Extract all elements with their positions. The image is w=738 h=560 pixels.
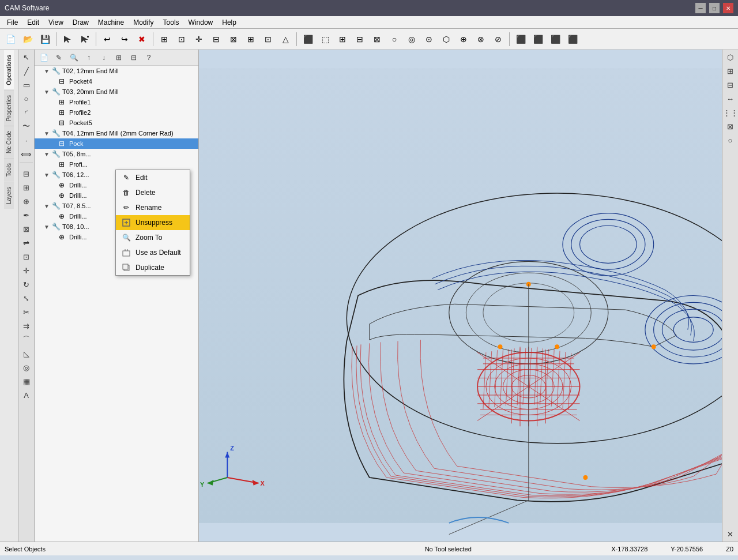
ctx-edit[interactable]: ✎ Edit (116, 170, 190, 185)
right-tool-4[interactable]: ↔ (724, 92, 737, 105)
right-tool-7[interactable]: ○ (724, 134, 737, 146)
tree-tb-up[interactable]: ↑ (82, 51, 96, 65)
menu-modify[interactable]: Modify (129, 17, 158, 28)
tree-item-pocket-selected[interactable]: ⊟ Pock (35, 138, 198, 149)
tb-view12[interactable]: ⊘ (490, 31, 506, 47)
tb-view11[interactable]: ⊗ (473, 31, 489, 47)
tool-offset[interactable]: ◎ (20, 361, 33, 374)
tb-extra1[interactable]: ⬛ (513, 31, 529, 47)
tool-dimension[interactable]: ⟺ (20, 148, 33, 160)
menu-help[interactable]: Help (217, 17, 241, 28)
tb-snap5[interactable]: ⊠ (225, 31, 242, 47)
tb-snap4[interactable]: ⊟ (208, 31, 224, 47)
right-tool-2[interactable]: ⊞ (724, 65, 737, 77)
tb-select[interactable] (59, 31, 76, 47)
tree-tb-new[interactable]: 📄 (37, 51, 51, 65)
tool-hatch[interactable]: ▦ (20, 375, 33, 388)
tb-view8[interactable]: ⊙ (421, 31, 437, 47)
tool-engrave[interactable]: ✒ (20, 209, 33, 221)
tb-open[interactable]: 📂 (20, 31, 36, 47)
tool-drill[interactable]: ⊕ (20, 195, 33, 208)
tool-select-arrow[interactable]: ↖ (20, 51, 33, 63)
tb-view10[interactable]: ⊕ (455, 31, 472, 47)
tree-item-t02[interactable]: ▼ 🔧 T02, 12mm End Mill (35, 66, 198, 76)
3d-viewport[interactable]: Z X Y (199, 50, 722, 542)
tb-snap2[interactable]: ⊡ (174, 31, 190, 47)
tool-text[interactable]: A (20, 389, 33, 401)
tree-item-t05[interactable]: ▼ 🔧 T05, 8m... (35, 149, 198, 159)
tool-circle[interactable]: ○ (20, 92, 33, 105)
tree-item-profile1[interactable]: ⊞ Profile1 (35, 97, 198, 107)
menu-machine[interactable]: Machine (93, 17, 129, 28)
right-tool-6[interactable]: ⊠ (724, 120, 737, 133)
tb-snap7[interactable]: ⊡ (260, 31, 276, 47)
tree-item-profi[interactable]: ⊞ Profi... (35, 159, 198, 170)
ctx-use-as-default[interactable]: Use as Default (116, 245, 190, 260)
tb-view1[interactable]: ⬛ (300, 31, 316, 47)
tool-transform[interactable]: ⊠ (20, 223, 33, 235)
tool-spline[interactable]: 〜 (20, 120, 33, 133)
tb-select2[interactable] (77, 31, 93, 47)
tb-extra4[interactable]: ⬛ (564, 31, 581, 47)
menu-file[interactable]: File (2, 17, 22, 28)
ctx-zoom-to[interactable]: 🔍 Zoom To (116, 230, 190, 245)
tb-extra3[interactable]: ⬛ (547, 31, 563, 47)
tab-nc-code[interactable]: Nc Code (4, 126, 14, 158)
ctx-rename[interactable]: ✏ Rename (116, 200, 190, 215)
tb-view5[interactable]: ⊠ (369, 31, 385, 47)
tb-delete[interactable]: ✖ (134, 31, 150, 47)
menu-tools[interactable]: Tools (159, 17, 184, 28)
tool-pocket[interactable]: ⊟ (20, 167, 33, 180)
tool-chamfer[interactable]: ◺ (20, 347, 33, 360)
tree-tb-search[interactable]: 🔍 (67, 51, 81, 65)
tree-item-pocket4[interactable]: ⊟ Pocket4 (35, 76, 198, 87)
right-tool-bottom[interactable]: ✕ (724, 528, 737, 540)
tb-new[interactable]: 📄 (2, 31, 18, 47)
tool-extend[interactable]: ⇉ (20, 320, 33, 332)
tb-view6[interactable]: ○ (386, 31, 402, 47)
ctx-delete[interactable]: 🗑 Delete (116, 185, 190, 200)
tool-line[interactable]: ╱ (20, 65, 33, 77)
right-tool-5[interactable]: ⋮⋮ (724, 106, 737, 119)
tab-properties[interactable]: Properties (4, 90, 14, 126)
tool-profile[interactable]: ⊞ (20, 181, 33, 194)
menu-draw[interactable]: Draw (68, 17, 93, 28)
tool-rotate[interactable]: ↻ (20, 278, 33, 291)
tool-scale[interactable]: ⤡ (20, 292, 33, 305)
tree-item-pocket5[interactable]: ⊟ Pocket5 (35, 118, 198, 128)
tab-operations[interactable]: Operations (4, 50, 14, 90)
tool-trim[interactable]: ✂ (20, 306, 33, 318)
tree-tb-collapse[interactable]: ⊟ (127, 51, 141, 65)
ctx-unsuppress[interactable]: Unsuppress (116, 215, 190, 230)
ctx-duplicate[interactable]: Duplicate (116, 260, 190, 275)
tool-point[interactable]: · (20, 134, 33, 146)
maximize-btn[interactable]: □ (709, 3, 720, 13)
right-tool-3[interactable]: ⊟ (724, 78, 737, 91)
menu-edit[interactable]: Edit (22, 17, 44, 28)
tree-item-t03[interactable]: ▼ 🔧 T03, 20mm End Mill (35, 87, 198, 97)
tree-tb-edit[interactable]: ✎ (52, 51, 66, 65)
tb-snap8[interactable]: △ (277, 31, 293, 47)
tool-mirror[interactable]: ⇌ (20, 236, 33, 249)
tb-view9[interactable]: ⬡ (438, 31, 454, 47)
tb-view7[interactable]: ◎ (404, 31, 420, 47)
tree-tb-help[interactable]: ? (142, 51, 156, 65)
tool-copy[interactable]: ⊡ (20, 250, 33, 263)
tb-view2[interactable]: ⬚ (317, 31, 333, 47)
tb-snap3[interactable]: ✛ (191, 31, 207, 47)
menu-window[interactable]: Window (184, 17, 218, 28)
tb-snap6[interactable]: ⊞ (243, 31, 259, 47)
tab-tools[interactable]: Tools (4, 158, 14, 181)
tree-item-t04[interactable]: ▼ 🔧 T04, 12mm End Mill (2mm Corner Rad) (35, 128, 198, 138)
tb-view3[interactable]: ⊞ (334, 31, 351, 47)
right-tool-1[interactable]: ⬡ (724, 51, 737, 63)
tb-extra2[interactable]: ⬛ (530, 31, 546, 47)
tree-tb-expand[interactable]: ⊞ (112, 51, 126, 65)
tool-arc[interactable]: ◜ (20, 106, 33, 119)
menu-view[interactable]: View (44, 17, 68, 28)
tb-save[interactable]: 💾 (37, 31, 53, 47)
close-btn[interactable]: ✕ (723, 3, 733, 13)
tool-rect[interactable]: ▭ (20, 78, 33, 91)
tb-snap1[interactable]: ⊞ (156, 31, 172, 47)
tool-fillet[interactable]: ⌒ (20, 333, 33, 346)
